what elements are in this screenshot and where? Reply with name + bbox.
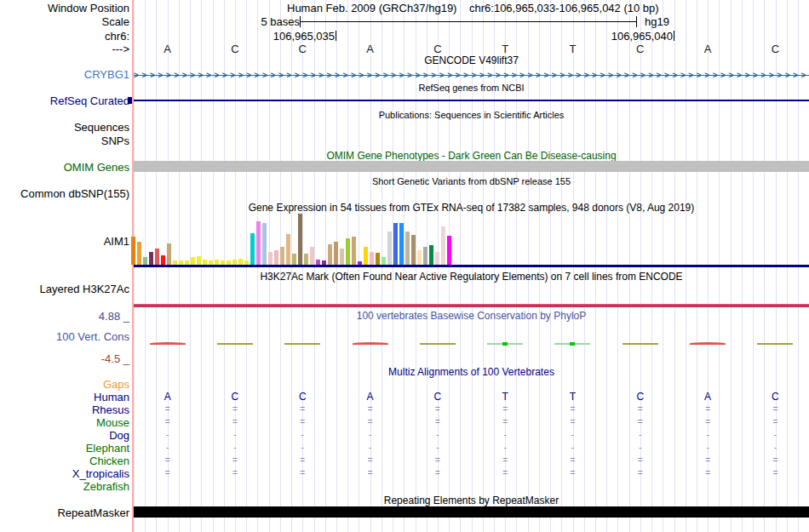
- multiz-species-label-rhesus[interactable]: Rhesus: [92, 404, 129, 415]
- gtex-tissue-bar[interactable]: [197, 256, 201, 265]
- gtex-tissue-bar[interactable]: [423, 247, 427, 265]
- gtex-tissue-bar[interactable]: [364, 247, 368, 265]
- track-title-refseq: RefSeq genes from NCBI: [134, 83, 809, 93]
- gtex-tissue-bar[interactable]: [399, 223, 404, 265]
- multiz-alignment-mark: =: [571, 405, 576, 414]
- gtex-tissue-bar[interactable]: [256, 221, 261, 265]
- multiz-human-base: A: [704, 392, 711, 402]
- strand-direction-label: --->: [112, 43, 129, 54]
- track-title-dbsnp: Short Genetic Variants from dbSNP releas…: [134, 177, 809, 186]
- multiz-alignment-mark: =: [165, 456, 170, 465]
- gtex-tissue-bar[interactable]: [250, 233, 255, 265]
- track-label-aim1[interactable]: AIM1: [104, 236, 129, 247]
- refseq-gene-line[interactable]: [134, 100, 809, 101]
- gtex-tissue-bar[interactable]: [238, 259, 243, 265]
- position-range: chr6:106,965,033-106,965,042 (10 bp): [469, 3, 659, 14]
- phylop-mark: [690, 342, 726, 345]
- phylop-peak-blip: [570, 342, 575, 346]
- track-label-omim-genes[interactable]: OMIM Genes: [64, 162, 129, 173]
- gtex-tissue-bar[interactable]: [352, 237, 356, 265]
- multiz-species-label-dog[interactable]: Dog: [109, 430, 129, 441]
- repeatmasker-element-bar[interactable]: [134, 506, 809, 518]
- gtex-tissue-bar[interactable]: [149, 252, 153, 265]
- gtex-tissue-bar[interactable]: [292, 254, 296, 265]
- gtex-tissue-bar[interactable]: [304, 254, 308, 265]
- gtex-tissue-bar[interactable]: [310, 247, 314, 265]
- gtex-expression-barchart[interactable]: [131, 214, 456, 265]
- gtex-tissue-bar[interactable]: [274, 250, 278, 265]
- omim-gene-bar[interactable]: [134, 161, 809, 172]
- multiz-alignment-mark: =: [165, 469, 170, 478]
- track-label-common-dbsnp[interactable]: Common dbSNP(155): [20, 188, 129, 199]
- refseq-item-left-cap: [128, 97, 132, 104]
- gtex-tissue-bar[interactable]: [268, 252, 273, 265]
- multiz-alignment-mark: -: [706, 431, 709, 439]
- gtex-tissue-bar[interactable]: [435, 252, 439, 265]
- multiz-species-label-human[interactable]: Human: [94, 392, 129, 403]
- scale-ruler-line: [300, 21, 637, 22]
- track-label-refseq-curated[interactable]: RefSeq Curated: [50, 95, 129, 106]
- multiz-species-label-zebrafish[interactable]: Zebrafish: [83, 481, 129, 492]
- multiz-alignment-mark: =: [300, 456, 305, 465]
- multiz-human-base: C: [636, 392, 644, 402]
- gtex-tissue-bar[interactable]: [447, 236, 451, 265]
- multiz-species-label-x_tropicalis[interactable]: X_tropicalis: [72, 468, 129, 479]
- gene-strand-arrows[interactable]: >>>>>>>>>>>>>>>>>>>>>>>>>>>>>>>>>>>>>>>>…: [134, 71, 809, 80]
- gtex-tissue-bar[interactable]: [262, 223, 267, 265]
- gtex-tissue-bar[interactable]: [441, 226, 445, 265]
- gtex-tissue-bar[interactable]: [328, 244, 332, 265]
- cons-scale-max: 4.88 _: [99, 311, 129, 322]
- coordinate-left: 106,965,035: [273, 31, 335, 42]
- gtex-tissue-bar[interactable]: [286, 234, 290, 265]
- gtex-tissue-bar[interactable]: [191, 257, 195, 265]
- gtex-tissue-bar[interactable]: [382, 257, 386, 265]
- gtex-tissue-bar[interactable]: [280, 247, 284, 265]
- multiz-species-label-gaps[interactable]: Gaps: [103, 379, 129, 390]
- gtex-tissue-bar[interactable]: [340, 249, 344, 265]
- genome-browser-image[interactable]: Window Position Human Feb. 2009 (GRCh37/…: [0, 0, 809, 532]
- multiz-alignment-mark: =: [571, 418, 576, 426]
- gtex-tissue-bar[interactable]: [137, 242, 141, 265]
- track-label-sequences[interactable]: Sequences: [74, 122, 129, 133]
- gtex-tissue-bar[interactable]: [387, 232, 392, 265]
- gtex-tissue-bar[interactable]: [167, 243, 171, 265]
- track-label-repeatmasker[interactable]: RepeatMasker: [57, 507, 129, 518]
- ruler-base: A: [704, 43, 712, 54]
- track-label-100-vert-cons[interactable]: 100 Vert. Cons: [56, 331, 129, 342]
- multiz-alignment-mark: -: [436, 431, 439, 439]
- multiz-species-label-mouse[interactable]: Mouse: [96, 417, 129, 428]
- track-label-snps[interactable]: SNPs: [101, 135, 129, 146]
- gene-label-crybg1[interactable]: CRYBG1: [84, 69, 129, 80]
- phylop-peak-blip: [502, 342, 508, 346]
- gtex-tissue-bar[interactable]: [370, 252, 374, 265]
- track-label-layered-h3k27ac[interactable]: Layered H3K27Ac: [39, 283, 129, 295]
- gtex-tissue-bar[interactable]: [298, 214, 302, 265]
- gtex-tissue-bar[interactable]: [346, 238, 350, 265]
- coordinate-right-tick: [674, 31, 674, 41]
- gtex-tissue-bar[interactable]: [155, 249, 159, 265]
- gtex-tissue-bar[interactable]: [411, 235, 416, 265]
- gtex-tissue-bar[interactable]: [405, 232, 410, 265]
- multiz-human-base: T: [502, 392, 508, 402]
- multiz-alignment-mark: -: [369, 431, 371, 439]
- phylop-mark: [284, 343, 320, 345]
- multiz-alignment-mark: =: [232, 469, 238, 478]
- gtex-tissue-bar[interactable]: [393, 223, 398, 265]
- gtex-tissue-bar[interactable]: [161, 255, 165, 265]
- gtex-tissue-bar[interactable]: [429, 245, 433, 265]
- gtex-tissue-bar[interactable]: [334, 242, 338, 265]
- gtex-tissue-bar[interactable]: [376, 253, 380, 265]
- gtex-tissue-bar[interactable]: [131, 237, 135, 265]
- gtex-tissue-bar[interactable]: [417, 250, 422, 265]
- multiz-species-label-elephant[interactable]: Elephant: [86, 443, 129, 454]
- multiz-alignment-mark: =: [502, 469, 508, 478]
- h3k27ac-signal-line[interactable]: [134, 304, 809, 307]
- phylop-mark: [487, 343, 523, 345]
- multiz-species-label-chicken[interactable]: Chicken: [89, 455, 129, 466]
- multiz-alignment-mark: -: [571, 443, 574, 452]
- gtex-tissue-bar[interactable]: [143, 257, 147, 265]
- window-position-label: Window Position: [48, 3, 129, 14]
- track-title-repeatmasker: Repeating Elements by RepeatMasker: [134, 495, 809, 506]
- scale-assembly-text: hg19: [645, 16, 669, 27]
- multiz-alignment-mark: -: [639, 431, 641, 439]
